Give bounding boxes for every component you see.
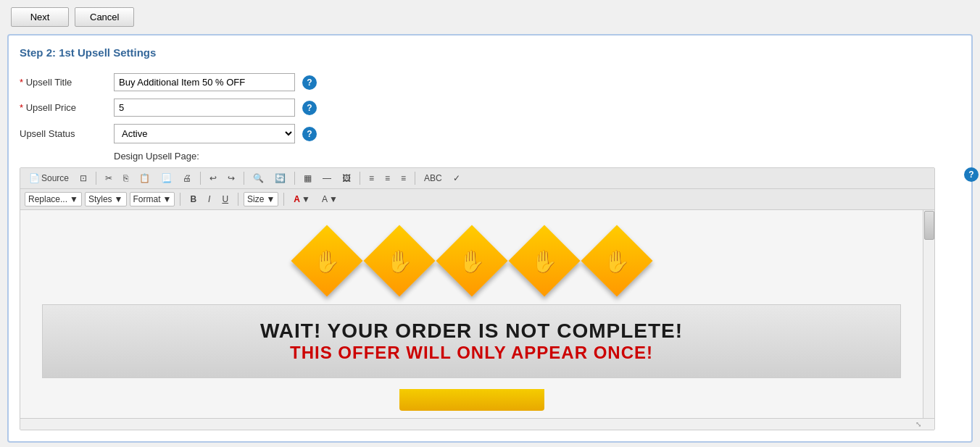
redo-button[interactable]: ↪	[223, 171, 239, 185]
bold-button[interactable]: B	[186, 192, 201, 206]
spellcheck-icon: ABC	[424, 173, 442, 183]
resize-handle[interactable]: ⤡	[915, 420, 921, 428]
align-left-button[interactable]: ≡	[365, 171, 378, 185]
format-chevron-icon: ▼	[163, 194, 172, 204]
font-color-chevron-icon: ▼	[302, 194, 310, 204]
cut-icon: ✂	[105, 173, 112, 183]
upsell-status-label: Upsell Status	[20, 128, 114, 139]
stop-hand-5: ✋	[603, 248, 630, 274]
italic-button[interactable]: I	[204, 192, 215, 206]
stop-hand-2: ✋	[386, 248, 412, 274]
paste-button[interactable]: 📋	[135, 171, 154, 185]
font-color-button[interactable]: A ▼	[289, 192, 315, 206]
wait-banner: WAIT! YOUR ORDER IS NOT COMPLETE! THIS O…	[42, 304, 901, 378]
replace-chevron-icon: ▼	[70, 194, 78, 204]
upsell-title-help-icon[interactable]: ?	[302, 75, 317, 90]
editor-help-container: ?	[957, 167, 979, 182]
upsell-price-input[interactable]	[114, 99, 295, 117]
paste-icon: 📋	[139, 173, 150, 183]
upsell-status-row: Upsell Status Active Inactive ?	[20, 124, 960, 143]
editor-resize-bar: ⤡	[20, 418, 934, 430]
source-label: Source	[41, 173, 69, 183]
underline-button[interactable]: U	[217, 192, 233, 206]
image-button[interactable]: 🖼	[338, 171, 355, 185]
panel-title: Step 2: 1st Upsell Settings	[20, 46, 960, 62]
spellcheck2-icon: ✓	[453, 173, 460, 183]
yellow-ribbon	[399, 389, 544, 411]
print-button[interactable]: 🖨	[178, 171, 196, 185]
size-chevron-icon: ▼	[266, 194, 275, 204]
upsell-title-row: Upsell Title ?	[20, 73, 960, 91]
stop-sign-4: ✋	[515, 232, 573, 290]
format-text: Format	[133, 194, 161, 204]
font-color-icon: A	[294, 194, 300, 204]
print-icon: 🖨	[183, 173, 191, 183]
cancel-button[interactable]: Cancel	[75, 7, 134, 27]
find-icon: 🔍	[253, 173, 264, 183]
paste-text-button[interactable]: 📃	[157, 171, 176, 185]
editor-content[interactable]: ✋ ✋ ✋ ✋	[20, 210, 923, 418]
scrollbar-track[interactable]	[923, 210, 934, 418]
design-label: Design Upsell Page:	[20, 151, 960, 162]
upsell-price-help-icon[interactable]: ?	[302, 101, 317, 115]
find-button[interactable]: 🔍	[249, 171, 268, 185]
table-button[interactable]: ▦	[299, 171, 316, 185]
table-icon: ▦	[304, 173, 312, 183]
separator-5	[360, 172, 360, 185]
source-icon: 📄	[29, 173, 40, 183]
spellcheck2-button[interactable]: ✓	[449, 171, 465, 185]
stop-sign-3: ✋	[443, 232, 501, 290]
styles-dropdown[interactable]: Styles ▼	[85, 192, 127, 206]
separator-7	[180, 193, 180, 206]
separator-3	[244, 172, 244, 185]
hr-icon: —	[323, 173, 331, 183]
maximize-button[interactable]: ⊡	[75, 171, 91, 185]
stop-hand-3: ✋	[458, 248, 485, 274]
upsell-price-row: Upsell Price ?	[20, 99, 960, 117]
align-center-icon: ≡	[385, 173, 390, 183]
size-text: Size	[247, 194, 264, 204]
editor-inner: ✋ ✋ ✋ ✋	[20, 210, 923, 418]
separator-6	[415, 172, 415, 185]
undo-icon: ↩	[209, 173, 217, 183]
next-button[interactable]: Next	[11, 7, 69, 27]
stop-sign-1: ✋	[298, 232, 356, 290]
replace-button[interactable]: 🔄	[270, 171, 290, 185]
highlight-chevron-icon: ▼	[329, 194, 338, 204]
source-button[interactable]: 📄 Source	[25, 171, 73, 185]
image-icon: 🖼	[342, 173, 351, 183]
upsell-title-label: Upsell Title	[20, 77, 114, 88]
scrollbar-thumb[interactable]	[924, 211, 934, 240]
editor-toolbar-top: 📄 Source ⊡ ✂ ⎘ 📋 📃 🖨 ↩ ↪ 🔍 🔄 ▦	[20, 168, 934, 189]
hr-button[interactable]: —	[318, 171, 336, 185]
maximize-icon: ⊡	[80, 173, 87, 183]
undo-button[interactable]: ↩	[205, 171, 221, 185]
copy-button[interactable]: ⎘	[119, 171, 133, 185]
replace-dropdown[interactable]: Replace... ▼	[25, 192, 82, 206]
highlight-button[interactable]: A ▼	[317, 192, 342, 206]
align-center-button[interactable]: ≡	[381, 171, 394, 185]
spellcheck-button[interactable]: ABC	[420, 171, 447, 185]
editor-wrapper: 📄 Source ⊡ ✂ ⎘ 📋 📃 🖨 ↩ ↪ 🔍 🔄 ▦	[20, 167, 935, 430]
align-right-button[interactable]: ≡	[396, 171, 410, 185]
upsell-title-input[interactable]	[114, 73, 295, 91]
wait-text-main: WAIT! YOUR ORDER IS NOT COMPLETE!	[57, 319, 886, 343]
copy-icon: ⎘	[123, 173, 128, 183]
upsell-status-help-icon[interactable]: ?	[302, 127, 317, 141]
main-panel: Step 2: 1st Upsell Settings Upsell Title…	[7, 34, 973, 443]
editor-help-icon[interactable]: ?	[964, 167, 979, 182]
highlight-icon: A	[322, 194, 328, 204]
top-bar: Next Cancel	[0, 0, 980, 34]
replace-icon: 🔄	[275, 173, 286, 183]
stop-hand-1: ✋	[313, 248, 340, 274]
align-right-icon: ≡	[401, 173, 406, 183]
separator-4	[294, 172, 295, 185]
format-dropdown[interactable]: Format ▼	[130, 192, 175, 206]
wait-text-sub: THIS OFFER WILL ONLY APPEAR ONCE!	[57, 343, 886, 363]
stop-sign-2: ✋	[370, 232, 428, 290]
paste-text-icon: 📃	[161, 173, 172, 183]
upsell-status-select[interactable]: Active Inactive	[114, 124, 295, 143]
separator-8	[238, 193, 238, 206]
cut-button[interactable]: ✂	[101, 171, 117, 185]
size-dropdown[interactable]: Size ▼	[244, 192, 278, 206]
